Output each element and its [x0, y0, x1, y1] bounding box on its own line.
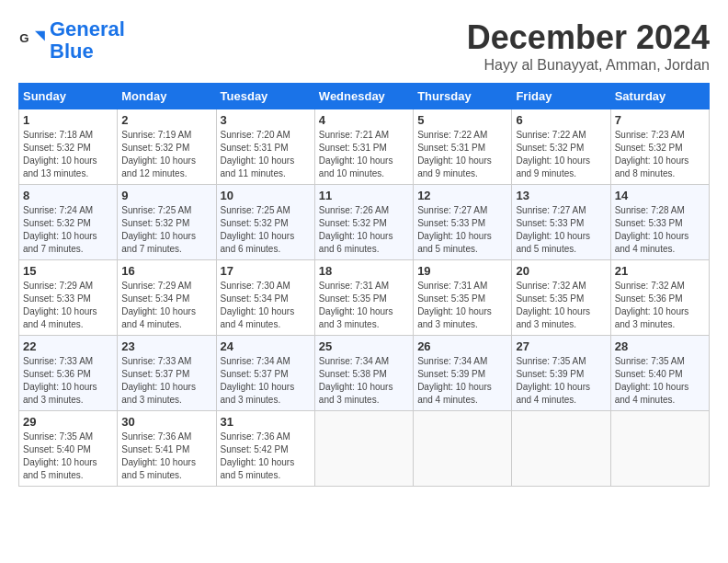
- header-cell-tuesday: Tuesday: [216, 84, 314, 109]
- day-info: Sunrise: 7:32 AM Sunset: 5:36 PM Dayligh…: [615, 280, 705, 331]
- day-info: Sunrise: 7:33 AM Sunset: 5:37 PM Dayligh…: [121, 355, 211, 407]
- day-cell-31: 31 Sunrise: 7:36 AM Sunset: 5:42 PM Dayl…: [216, 411, 314, 487]
- header-cell-sunday: Sunday: [19, 84, 118, 109]
- day-cell-28: 28 Sunrise: 7:35 AM Sunset: 5:40 PM Dayl…: [610, 336, 709, 411]
- day-info: Sunrise: 7:30 AM Sunset: 5:34 PM Dayligh…: [221, 280, 311, 331]
- day-cell-24: 24 Sunrise: 7:34 AM Sunset: 5:37 PM Dayl…: [216, 336, 314, 411]
- calendar-table: SundayMondayTuesdayWednesdayThursdayFrid…: [18, 83, 710, 487]
- logo-text: General Blue: [50, 18, 125, 63]
- day-cell-8: 8 Sunrise: 7:24 AM Sunset: 5:32 PM Dayli…: [19, 185, 118, 260]
- day-info: Sunrise: 7:36 AM Sunset: 5:42 PM Dayligh…: [221, 431, 311, 482]
- day-number: 28: [615, 339, 705, 353]
- day-number: 11: [319, 189, 409, 202]
- day-cell-30: 30 Sunrise: 7:36 AM Sunset: 5:41 PM Dayl…: [118, 411, 216, 487]
- day-info: Sunrise: 7:29 AM Sunset: 5:34 PM Dayligh…: [121, 280, 211, 331]
- calendar-header-row: SundayMondayTuesdayWednesdayThursdayFrid…: [19, 84, 710, 109]
- day-cell-9: 9 Sunrise: 7:25 AM Sunset: 5:32 PM Dayli…: [118, 185, 216, 260]
- header-cell-thursday: Thursday: [414, 84, 512, 109]
- day-info: Sunrise: 7:25 AM Sunset: 5:32 PM Dayligh…: [121, 204, 211, 256]
- day-number: 17: [221, 264, 311, 278]
- day-cell-6: 6 Sunrise: 7:22 AM Sunset: 5:32 PM Dayli…: [512, 109, 610, 185]
- title-block: December 2024 Hayy al Bunayyat, Amman, J…: [467, 18, 710, 74]
- svg-text:G: G: [19, 31, 28, 45]
- header-cell-saturday: Saturday: [610, 84, 709, 109]
- empty-cell: [512, 411, 610, 487]
- day-number: 19: [417, 264, 507, 278]
- day-number: 21: [615, 264, 705, 278]
- day-cell-21: 21 Sunrise: 7:32 AM Sunset: 5:36 PM Dayl…: [610, 260, 709, 336]
- logo: G General Blue: [18, 18, 125, 63]
- day-cell-26: 26 Sunrise: 7:34 AM Sunset: 5:39 PM Dayl…: [414, 336, 512, 411]
- day-cell-19: 19 Sunrise: 7:31 AM Sunset: 5:35 PM Dayl…: [414, 260, 512, 336]
- day-number: 12: [417, 189, 507, 202]
- day-info: Sunrise: 7:25 AM Sunset: 5:32 PM Dayligh…: [221, 204, 311, 256]
- day-info: Sunrise: 7:34 AM Sunset: 5:39 PM Dayligh…: [417, 355, 507, 407]
- day-cell-23: 23 Sunrise: 7:33 AM Sunset: 5:37 PM Dayl…: [118, 336, 216, 411]
- empty-cell: [314, 411, 413, 487]
- day-cell-29: 29 Sunrise: 7:35 AM Sunset: 5:40 PM Dayl…: [19, 411, 118, 487]
- day-info: Sunrise: 7:31 AM Sunset: 5:35 PM Dayligh…: [417, 280, 507, 331]
- day-cell-17: 17 Sunrise: 7:30 AM Sunset: 5:34 PM Dayl…: [216, 260, 314, 336]
- day-number: 27: [516, 339, 606, 353]
- day-number: 26: [417, 339, 507, 353]
- day-number: 31: [221, 415, 311, 429]
- day-number: 14: [615, 189, 705, 202]
- day-info: Sunrise: 7:20 AM Sunset: 5:31 PM Dayligh…: [221, 129, 311, 180]
- empty-cell: [414, 411, 512, 487]
- empty-cell: [610, 411, 709, 487]
- day-number: 8: [23, 189, 113, 202]
- day-info: Sunrise: 7:33 AM Sunset: 5:36 PM Dayligh…: [23, 355, 113, 407]
- day-number: 15: [23, 264, 113, 278]
- day-number: 5: [417, 113, 507, 127]
- day-cell-12: 12 Sunrise: 7:27 AM Sunset: 5:33 PM Dayl…: [414, 185, 512, 260]
- day-number: 4: [319, 113, 409, 127]
- header-cell-monday: Monday: [118, 84, 216, 109]
- day-number: 23: [121, 339, 211, 353]
- day-info: Sunrise: 7:31 AM Sunset: 5:35 PM Dayligh…: [319, 280, 409, 331]
- day-info: Sunrise: 7:23 AM Sunset: 5:32 PM Dayligh…: [615, 129, 705, 180]
- day-cell-27: 27 Sunrise: 7:35 AM Sunset: 5:39 PM Dayl…: [512, 336, 610, 411]
- day-cell-3: 3 Sunrise: 7:20 AM Sunset: 5:31 PM Dayli…: [216, 109, 314, 185]
- day-info: Sunrise: 7:35 AM Sunset: 5:40 PM Dayligh…: [615, 355, 705, 407]
- calendar-week-3: 15 Sunrise: 7:29 AM Sunset: 5:33 PM Dayl…: [19, 260, 710, 336]
- day-cell-5: 5 Sunrise: 7:22 AM Sunset: 5:31 PM Dayli…: [414, 109, 512, 185]
- day-info: Sunrise: 7:35 AM Sunset: 5:39 PM Dayligh…: [516, 355, 606, 407]
- svg-marker-1: [35, 31, 45, 41]
- day-cell-7: 7 Sunrise: 7:23 AM Sunset: 5:32 PM Dayli…: [610, 109, 709, 185]
- day-info: Sunrise: 7:36 AM Sunset: 5:41 PM Dayligh…: [121, 431, 211, 482]
- day-number: 10: [221, 189, 311, 202]
- day-number: 25: [319, 339, 409, 353]
- day-number: 7: [615, 113, 705, 127]
- header-cell-friday: Friday: [512, 84, 610, 109]
- day-info: Sunrise: 7:27 AM Sunset: 5:33 PM Dayligh…: [417, 204, 507, 256]
- day-number: 24: [221, 339, 311, 353]
- day-cell-13: 13 Sunrise: 7:27 AM Sunset: 5:33 PM Dayl…: [512, 185, 610, 260]
- day-number: 16: [121, 264, 211, 278]
- day-info: Sunrise: 7:29 AM Sunset: 5:33 PM Dayligh…: [23, 280, 113, 331]
- day-info: Sunrise: 7:35 AM Sunset: 5:40 PM Dayligh…: [23, 431, 113, 482]
- day-info: Sunrise: 7:34 AM Sunset: 5:38 PM Dayligh…: [319, 355, 409, 407]
- day-info: Sunrise: 7:34 AM Sunset: 5:37 PM Dayligh…: [221, 355, 311, 407]
- day-number: 29: [23, 415, 113, 429]
- header: G General Blue December 2024 Hayy al Bun…: [18, 18, 710, 74]
- day-cell-18: 18 Sunrise: 7:31 AM Sunset: 5:35 PM Dayl…: [314, 260, 413, 336]
- day-cell-15: 15 Sunrise: 7:29 AM Sunset: 5:33 PM Dayl…: [19, 260, 118, 336]
- day-info: Sunrise: 7:22 AM Sunset: 5:32 PM Dayligh…: [516, 129, 606, 180]
- calendar-subtitle: Hayy al Bunayyat, Amman, Jordan: [467, 57, 710, 74]
- calendar-week-1: 1 Sunrise: 7:18 AM Sunset: 5:32 PM Dayli…: [19, 109, 710, 185]
- day-info: Sunrise: 7:18 AM Sunset: 5:32 PM Dayligh…: [23, 129, 113, 180]
- header-cell-wednesday: Wednesday: [314, 84, 413, 109]
- day-cell-11: 11 Sunrise: 7:26 AM Sunset: 5:32 PM Dayl…: [314, 185, 413, 260]
- day-info: Sunrise: 7:26 AM Sunset: 5:32 PM Dayligh…: [319, 204, 409, 256]
- day-number: 13: [516, 189, 606, 202]
- calendar-week-4: 22 Sunrise: 7:33 AM Sunset: 5:36 PM Dayl…: [19, 336, 710, 411]
- day-number: 18: [319, 264, 409, 278]
- day-number: 30: [121, 415, 211, 429]
- day-cell-10: 10 Sunrise: 7:25 AM Sunset: 5:32 PM Dayl…: [216, 185, 314, 260]
- day-info: Sunrise: 7:24 AM Sunset: 5:32 PM Dayligh…: [23, 204, 113, 256]
- day-cell-14: 14 Sunrise: 7:28 AM Sunset: 5:33 PM Dayl…: [610, 185, 709, 260]
- day-cell-22: 22 Sunrise: 7:33 AM Sunset: 5:36 PM Dayl…: [19, 336, 118, 411]
- day-number: 2: [121, 113, 211, 127]
- day-number: 1: [23, 113, 113, 127]
- day-number: 6: [516, 113, 606, 127]
